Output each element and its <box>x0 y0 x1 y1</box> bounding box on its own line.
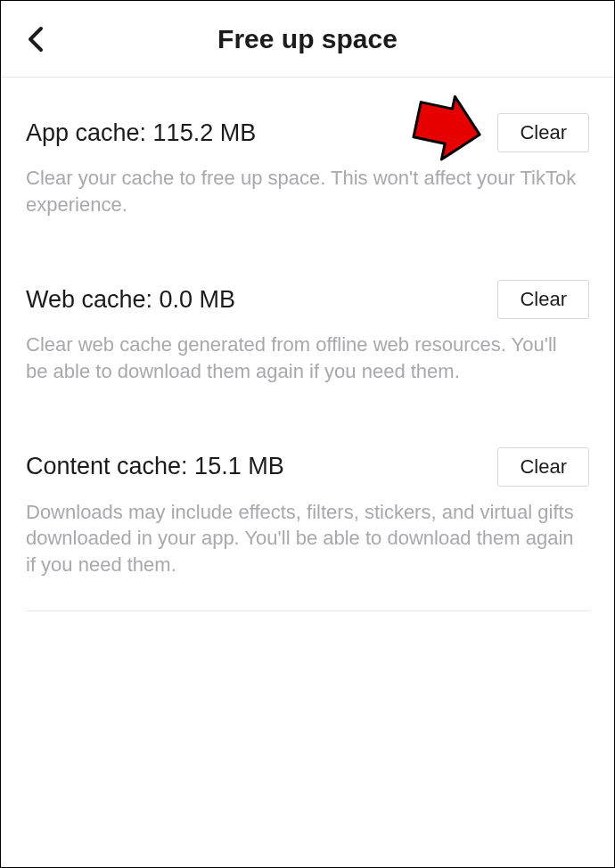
content: App cache: 115.2 MB Clear Clear your cac… <box>1 78 614 611</box>
page-title: Free up space <box>1 24 614 54</box>
clear-web-cache-button[interactable]: Clear <box>497 280 589 319</box>
app-cache-description: Clear your cache to free up space. This … <box>26 165 578 217</box>
section-content-cache: Content cache: 15.1 MB Clear Downloads m… <box>26 412 589 611</box>
section-head: Web cache: 0.0 MB Clear <box>26 280 589 319</box>
app-cache-title: App cache: 115.2 MB <box>26 119 256 147</box>
web-cache-title: Web cache: 0.0 MB <box>26 286 235 314</box>
section-head: App cache: 115.2 MB Clear <box>26 113 589 152</box>
content-cache-title: Content cache: 15.1 MB <box>26 453 284 480</box>
content-cache-description: Downloads may include effects, filters, … <box>26 499 578 578</box>
clear-app-cache-button[interactable]: Clear <box>497 113 589 152</box>
section-app-cache: App cache: 115.2 MB Clear Clear your cac… <box>26 78 589 244</box>
header: Free up space <box>1 1 614 78</box>
section-head: Content cache: 15.1 MB Clear <box>26 447 589 487</box>
clear-content-cache-button[interactable]: Clear <box>497 447 589 487</box>
chevron-left-icon <box>28 26 44 53</box>
section-web-cache: Web cache: 0.0 MB Clear Clear web cache … <box>26 244 589 411</box>
back-button[interactable] <box>22 26 49 53</box>
web-cache-description: Clear web cache generated from offline w… <box>26 332 578 384</box>
